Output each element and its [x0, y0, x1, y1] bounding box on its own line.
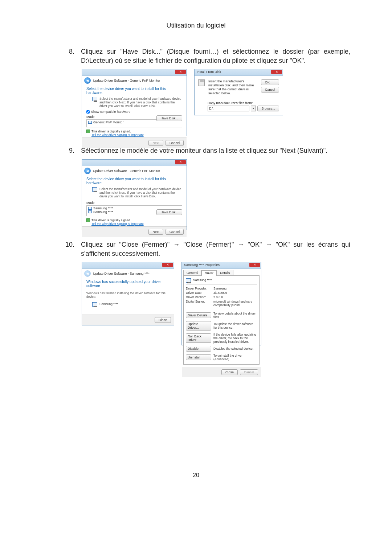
path-input[interactable]: D:\ — [208, 106, 249, 111]
path-value: D:\ — [209, 107, 213, 110]
signer-label: Digital Signer: — [186, 300, 211, 307]
breadcrumb-text: Update Driver Software - Samsung **** — [93, 272, 150, 275]
checkbox-input[interactable] — [86, 110, 90, 114]
provider-value: Samsung — [213, 287, 257, 290]
copy-from-label: Copy manufacturer's files from: — [195, 99, 283, 105]
step-10: 10. Cliquez sur "Close (Fermer)" → "Clos… — [65, 240, 350, 258]
wizard-button-row: Close — [82, 315, 174, 325]
tab-strip: General Driver Details — [182, 269, 261, 275]
cancel-button[interactable]: Cancel — [166, 140, 184, 146]
step-number: 10. — [65, 240, 74, 258]
shield-icon — [86, 218, 90, 222]
window-titlebar: ✕ — [82, 262, 174, 269]
wizard-button-row: Next Cancel — [82, 226, 187, 237]
dialog-headline: Select the device driver you want to ins… — [82, 85, 187, 97]
breadcrumb-text: Update Driver Software - Generic PnP Mon… — [93, 169, 160, 173]
device-name: Samsung **** — [99, 302, 118, 307]
update-driver-desc: To update the driver software for this d… — [213, 322, 257, 329]
hint-text: Select the manufacturer and model of you… — [99, 97, 182, 108]
back-icon[interactable]: ◄ — [84, 77, 91, 84]
rollback-driver-desc: If the device fails after updating the d… — [213, 333, 257, 344]
version-label: Driver Version: — [186, 295, 211, 299]
breadcrumb: ◄ Update Driver Software - Samsung **** — [82, 269, 174, 278]
provider-label: Driver Provider: — [186, 287, 211, 290]
list-item-label: Samsung **** — [93, 210, 113, 214]
signed-text: This driver is digitally signed. — [91, 130, 144, 133]
footer-divider — [42, 469, 350, 469]
next-button[interactable]: Next — [148, 229, 163, 235]
device-header: Samsung **** — [186, 278, 257, 283]
wizard-button-row: Next Cancel — [82, 138, 187, 148]
version-value: 2.0.0.0 — [213, 295, 257, 299]
install-from-disk-dialog: Install From Disk ✕ Insert the manufactu… — [194, 69, 283, 115]
close-icon[interactable]: ✕ — [162, 263, 173, 267]
signed-notice: This driver is digitally signed. Tell me… — [82, 218, 187, 226]
tab-general[interactable]: General — [183, 270, 201, 275]
driver-details-button[interactable]: Driver Details — [186, 312, 211, 318]
monitor-icon — [92, 187, 97, 192]
signer-value: microsoft windows hardware compatibility… — [213, 300, 257, 307]
step-text: Cliquez sur "Close (Fermer)" → "Close (F… — [81, 240, 350, 258]
monitor-icon — [186, 278, 191, 283]
have-disk-button[interactable]: Have Disk... — [156, 209, 182, 215]
shield-icon — [86, 130, 90, 133]
tab-details[interactable]: Details — [217, 270, 233, 275]
browse-button[interactable]: Browse... — [257, 106, 279, 111]
date-label: Driver Date: — [186, 291, 211, 295]
compatible-hw-checkbox[interactable]: Show compatible hardware — [82, 109, 187, 114]
driver-updated-dialog: ✕ ◄ Update Driver Software - Samsung ***… — [82, 262, 174, 325]
close-icon[interactable]: ✕ — [175, 70, 186, 74]
disable-button[interactable]: Disable — [186, 346, 211, 352]
update-driver-button[interactable]: Update Driver... — [186, 321, 211, 331]
window-title: Samsung **** Properties — [184, 263, 220, 267]
page-title: Utilisation du logiciel — [42, 22, 350, 31]
driver-details-desc: To view details about the driver files. — [213, 312, 257, 319]
monitor-icon — [88, 121, 92, 124]
step-number: 8. — [65, 47, 74, 65]
step-8: 8. Cliquez sur "Have Disk..." (Disque fo… — [65, 47, 350, 65]
close-icon[interactable]: ✕ — [175, 160, 186, 164]
window-titlebar: ✕ — [82, 69, 187, 76]
dialog-subtext: Windows has finished installing the driv… — [82, 290, 174, 300]
close-button[interactable]: Close — [221, 369, 238, 375]
close-icon[interactable]: ✕ — [249, 263, 260, 267]
breadcrumb-text: Update Driver Software - Generic PnP Mon… — [93, 79, 160, 82]
monitor-icon — [92, 302, 97, 307]
window-titlebar: ✕ — [82, 160, 187, 166]
back-icon: ◄ — [84, 270, 91, 277]
device-properties-dialog: Samsung **** Properties ✕ General Driver… — [181, 262, 261, 345]
cancel-button[interactable]: Cancel — [166, 229, 184, 235]
close-icon[interactable]: ✕ — [271, 70, 282, 74]
dialog-headline: Select the device driver you want to ins… — [82, 176, 187, 187]
close-button[interactable]: Close — [155, 317, 171, 323]
signing-link[interactable]: Tell me why driver signing is important — [91, 133, 144, 137]
uninstall-button[interactable]: Uninstall — [186, 354, 211, 360]
window-titlebar: Samsung **** Properties ✕ — [182, 262, 261, 269]
back-icon[interactable]: ◄ — [84, 168, 91, 174]
breadcrumb: ◄ Update Driver Software - Generic PnP M… — [82, 76, 187, 85]
step-text: Cliquez sur "Have Disk..." (Disque fourn… — [81, 47, 350, 65]
have-disk-button[interactable]: Have Disk... — [156, 115, 182, 121]
list-item-label: Generic PnP Monitor — [93, 120, 123, 124]
signing-link[interactable]: Tell me why driver signing is important — [91, 222, 144, 226]
monitor-icon — [88, 207, 92, 210]
next-button[interactable]: Next — [148, 140, 163, 146]
rollback-driver-button[interactable]: Roll Back Driver — [186, 333, 211, 343]
hint-text: Select the manufacturer and model of you… — [99, 187, 182, 198]
uninstall-desc: To uninstall the driver (Advanced). — [213, 354, 257, 361]
update-driver-dialog: ✕ ◄ Update Driver Software - Generic PnP… — [82, 69, 187, 136]
ok-button[interactable]: OK — [261, 79, 279, 85]
window-title: Install From Disk — [197, 70, 221, 74]
cancel-button: Cancel — [240, 369, 258, 375]
disable-desc: Disables the selected device. — [213, 347, 257, 350]
tab-driver[interactable]: Driver — [201, 270, 217, 276]
dropdown-icon[interactable]: ▾ — [251, 106, 256, 111]
model-list-label: Model — [82, 200, 187, 205]
cancel-button[interactable]: Cancel — [261, 87, 279, 93]
signed-notice: This driver is digitally signed. Tell me… — [82, 129, 187, 138]
device-row: Samsung **** — [82, 300, 174, 308]
dialog-button-row: Close Cancel — [182, 367, 261, 377]
document-page: Utilisation du logiciel 8. Cliquez sur "… — [0, 0, 392, 554]
window-titlebar: Install From Disk ✕ — [195, 69, 283, 76]
dialog-text: Insert the manufacturer's installation d… — [208, 79, 257, 95]
